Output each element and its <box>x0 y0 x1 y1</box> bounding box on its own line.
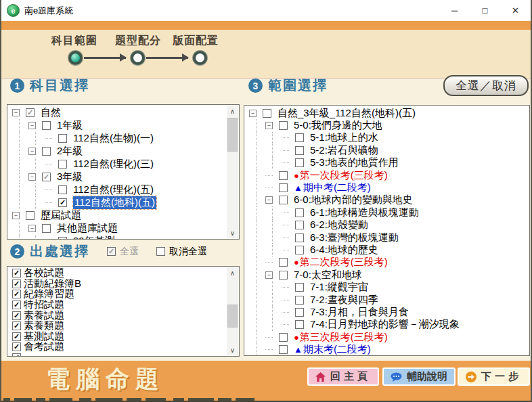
checkbox[interactable] <box>295 146 304 155</box>
tree-row[interactable]: 6-1:地球構造與板塊運動 <box>246 206 528 219</box>
checkbox[interactable] <box>12 280 21 288</box>
tree-node-label[interactable]: 第二次段考(三段考) <box>300 256 388 269</box>
tree-node-label[interactable]: 7-3:月相，日食與月食 <box>310 306 409 319</box>
subject-tree-scrollbar[interactable]: ∧ ∨ <box>227 106 238 238</box>
checkbox[interactable] <box>42 121 51 130</box>
select-all-checkbox[interactable]: 全選 <box>107 246 139 258</box>
scroll-up-icon[interactable]: ∧ <box>227 106 238 116</box>
checkbox[interactable] <box>12 269 21 277</box>
tree-node-label[interactable]: 6-1:地球構造與板塊運動 <box>310 206 419 219</box>
checkbox[interactable] <box>279 271 288 280</box>
source-list-scrollbar[interactable]: ∧ ∨ <box>227 267 238 355</box>
scrollbar-thumb[interactable] <box>227 118 238 152</box>
tree-row[interactable]: 99年基測 <box>9 235 226 240</box>
tree-node-label[interactable]: 2年級 <box>57 145 83 158</box>
collapse-icon[interactable]: − <box>28 148 36 155</box>
checkbox[interactable] <box>107 247 116 256</box>
checkbox[interactable] <box>295 158 304 167</box>
collapse-icon[interactable]: − <box>12 212 20 219</box>
tree-node-label[interactable]: 期末考(二段考) <box>303 343 371 356</box>
tree-node-label[interactable]: 99年基測 <box>73 235 115 240</box>
tree-node-label[interactable]: 5-1:地球上的水 <box>310 131 378 144</box>
collapse-icon[interactable]: − <box>28 122 36 129</box>
checkbox[interactable] <box>42 147 51 156</box>
tree-row[interactable]: 5-1:地球上的水 <box>246 132 528 144</box>
tree-row[interactable]: 112自然(理化)(五) <box>9 183 226 196</box>
tree-row[interactable]: −7-0:太空和地球 <box>246 269 528 281</box>
tree-node-label[interactable]: 7-0:太空和地球 <box>294 269 362 282</box>
checkbox[interactable] <box>58 237 67 240</box>
tree-node-label[interactable]: 112自然(地科)(五) <box>73 196 156 209</box>
checkbox[interactable] <box>263 109 271 118</box>
checkbox[interactable] <box>12 321 21 330</box>
tree-node-label[interactable]: 自然_3年級_112自然(地科)(五) <box>278 107 416 120</box>
tree-node-label[interactable]: 112自然(理化)(三) <box>73 158 154 171</box>
checkbox[interactable] <box>279 171 288 180</box>
tree-row[interactable]: −自然 <box>9 106 226 119</box>
tree-row[interactable]: 112自然(理化)(三) <box>9 158 226 171</box>
scroll-down-icon[interactable]: ∨ <box>227 344 238 355</box>
checkbox[interactable] <box>58 134 67 143</box>
tree-node-label[interactable]: 6-2:地殼變動 <box>310 219 368 231</box>
tree-node-label[interactable]: 112自然(理化)(五) <box>73 183 154 196</box>
checkbox[interactable] <box>12 342 21 351</box>
deselect-all-checkbox[interactable]: 取消全選 <box>156 246 207 258</box>
checkbox[interactable] <box>279 196 288 204</box>
checkbox[interactable] <box>42 224 51 233</box>
tree-row[interactable]: 6-2:地殼變動 <box>246 219 528 231</box>
checkbox[interactable] <box>295 246 304 254</box>
select-all-toggle-button[interactable]: 全選／取消 <box>443 75 529 96</box>
collapse-icon[interactable]: − <box>249 110 257 117</box>
collapse-icon[interactable]: − <box>28 225 36 232</box>
tree-node-label[interactable]: 第一次段考(三段考) <box>300 169 388 182</box>
tree-row[interactable]: 7-2:晝夜與四季 <box>246 294 528 306</box>
tree-node-label[interactable]: 6-3:臺灣的板塊運動 <box>310 231 399 244</box>
tree-row[interactable]: −其他題庫試題 <box>9 222 226 235</box>
tree-node-label[interactable]: 7-2:晝夜與四季 <box>310 294 378 307</box>
tree-node-label[interactable]: 5-3:地表的地質作用 <box>310 156 399 169</box>
tree-row[interactable]: 5-2:岩石與礦物 <box>246 144 528 156</box>
tree-node-label[interactable]: 其他題庫試題 <box>57 222 118 235</box>
tree-node-label[interactable]: 5-2:岩石與礦物 <box>310 144 378 157</box>
checkbox[interactable] <box>295 308 304 317</box>
checkbox[interactable] <box>12 353 21 357</box>
scrollbar-thumb[interactable] <box>227 305 238 328</box>
checkbox[interactable] <box>295 320 304 329</box>
checkbox[interactable] <box>58 198 67 207</box>
checkbox[interactable] <box>12 290 21 298</box>
next-step-button[interactable]: 下一步 <box>458 367 530 386</box>
tree-row[interactable]: −3年級 <box>9 171 226 183</box>
tree-row[interactable]: ●第三次段考(三段考) <box>246 331 528 343</box>
collapse-icon[interactable]: − <box>265 196 273 204</box>
checkbox[interactable] <box>12 332 21 341</box>
checkbox[interactable] <box>12 300 21 309</box>
tree-node-label[interactable]: 7-4:日月對地球的影響－潮汐現象 <box>310 318 460 331</box>
tree-row[interactable]: −5-0:我們身邊的大地 <box>246 119 528 131</box>
tree-row[interactable]: 5-3:地表的地質作用 <box>246 157 528 169</box>
checkbox[interactable] <box>58 160 67 169</box>
tree-node-label[interactable]: 1年級 <box>57 119 83 132</box>
checkbox[interactable] <box>42 173 51 181</box>
tree-row[interactable]: ▲期末考(二段考) <box>246 343 528 355</box>
tree-node-label[interactable]: 112自然(生物)(一) <box>73 132 154 145</box>
scroll-down-icon[interactable]: ∨ <box>227 227 238 238</box>
tree-row[interactable]: 112自然(生物)(一) <box>9 132 226 145</box>
checkbox[interactable] <box>58 185 67 194</box>
tree-row[interactable]: 7-1:縱觀宇宙 <box>246 281 528 293</box>
tree-row[interactable]: ▲期中考(二段考) <box>246 181 528 194</box>
checkbox[interactable] <box>295 233 304 242</box>
tree-row[interactable]: −自然_3年級_112自然(地科)(五) <box>246 107 528 119</box>
scroll-up-icon[interactable]: ∧ <box>227 267 238 278</box>
checkbox[interactable] <box>295 221 304 229</box>
checkbox[interactable] <box>295 208 304 217</box>
checkbox[interactable] <box>26 108 35 117</box>
checkbox[interactable] <box>279 333 288 342</box>
tree-row[interactable]: ●第二次段考(三段考) <box>246 256 528 269</box>
maximize-icon[interactable]: □ <box>470 0 500 21</box>
list-item-label[interactable]: 會考試題 <box>24 340 64 353</box>
minimize-icon[interactable]: ─ <box>439 0 470 21</box>
tree-node-label[interactable]: 7-1:縱觀宇宙 <box>310 281 368 294</box>
checkbox[interactable] <box>12 311 21 320</box>
list-item[interactable]: 會考試題 <box>9 342 226 353</box>
tree-node-label[interactable]: 第三次段考(三段考) <box>300 331 388 344</box>
